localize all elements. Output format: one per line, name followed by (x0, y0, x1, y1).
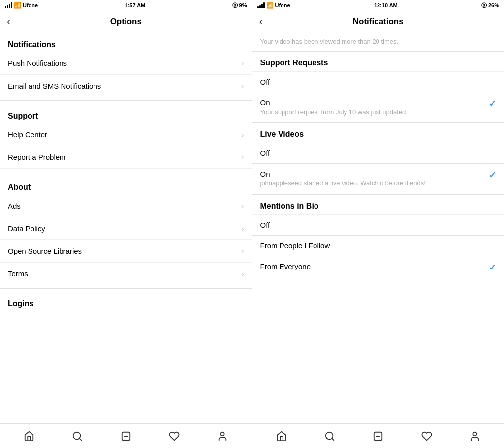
right-tab-bar (252, 424, 504, 448)
right-screen-title: Notifications (353, 17, 404, 27)
left-carrier: Ufone (23, 2, 38, 8)
list-item-open-source[interactable]: Open Source Libraries › (0, 240, 252, 263)
left-tab-bar (0, 424, 252, 448)
right-tab-add[interactable] (373, 431, 383, 442)
list-item-email-sms[interactable]: Email and SMS Notifications › (0, 75, 252, 97)
section-header-logins: Logins (0, 292, 252, 311)
data-policy-label: Data Policy (8, 224, 45, 233)
support-on-label: On (260, 98, 408, 107)
right-status-left: 📶 Ufone (257, 2, 290, 9)
svg-point-5 (221, 432, 224, 435)
left-tab-home[interactable] (24, 431, 34, 442)
live-on-checkmark: ✓ (489, 170, 496, 180)
section-divider-2 (0, 172, 252, 172)
report-problem-label: Report a Problem (8, 153, 66, 161)
left-status-bar: 📶 Ufone 1:57 AM Ⓧ 9% (0, 0, 252, 11)
list-item-terms[interactable]: Terms › (0, 263, 252, 285)
right-nav-header: ‹ Notifications (252, 11, 504, 32)
live-videos-off[interactable]: Off (252, 143, 504, 164)
live-off-label: Off (260, 149, 270, 157)
live-videos-on[interactable]: On johnappleseed started a live video. W… (252, 164, 504, 194)
right-tab-heart[interactable] (421, 431, 432, 442)
section-header-support: Support (0, 104, 252, 123)
right-battery-icon: Ⓧ (481, 2, 487, 9)
right-tab-search[interactable] (324, 431, 335, 442)
left-status-right: Ⓧ 9% (232, 2, 247, 9)
mentions-everyone-label: From Everyone (260, 262, 311, 270)
right-wifi-icon: 📶 (266, 2, 274, 9)
main-screens: ‹ Options Notifications Push Notificatio… (0, 11, 504, 423)
list-item-ads[interactable]: Ads › (0, 195, 252, 217)
push-notifications-chevron: › (242, 60, 244, 67)
section-header-about: About (0, 175, 252, 195)
right-battery-pct: 26% (488, 2, 499, 8)
notif-header-support-requests: Support Requests (252, 52, 504, 72)
status-bars: 📶 Ufone 1:57 AM Ⓧ 9% 📶 Ufone 12:10 AM Ⓧ … (0, 0, 504, 11)
mentions-from-people-i-follow[interactable]: From People I Follow (252, 236, 504, 256)
mentions-everyone-checkmark: ✓ (489, 262, 496, 273)
mentions-follow-label: From People I Follow (260, 241, 330, 250)
support-on-sublabel: Your support request from July 10 was ju… (260, 108, 408, 117)
left-signal-icon (5, 2, 12, 8)
ads-label: Ads (8, 202, 21, 210)
mentions-off[interactable]: Off (252, 215, 504, 236)
terms-chevron: › (242, 270, 244, 278)
left-battery-pct: 9% (239, 2, 247, 8)
data-policy-chevron: › (242, 225, 244, 233)
support-on-checkmark: ✓ (489, 98, 496, 109)
mentions-off-label: Off (260, 221, 270, 229)
left-nav-header: ‹ Options (0, 11, 252, 32)
email-sms-chevron: › (242, 82, 244, 90)
left-tab-profile[interactable] (217, 431, 228, 442)
support-requests-off[interactable]: Off (252, 72, 504, 92)
svg-line-7 (332, 438, 334, 440)
options-list: Notifications Push Notifications › Email… (0, 32, 252, 423)
open-source-chevron: › (242, 247, 244, 255)
list-item-push-notifications[interactable]: Push Notifications › (0, 52, 252, 75)
live-on-label: On (260, 170, 426, 178)
right-time: 12:10 AM (374, 2, 398, 8)
top-video-message: Your video has been viewed more than 20 … (252, 32, 504, 52)
right-tab-profile[interactable] (470, 431, 480, 442)
notif-header-mentions-in-bio: Mentions in Bio (252, 195, 504, 215)
right-status-right: Ⓧ 26% (481, 2, 499, 9)
report-problem-chevron: › (242, 153, 244, 161)
section-divider-3 (0, 288, 252, 289)
left-back-button[interactable]: ‹ (7, 15, 10, 28)
section-divider-1 (0, 100, 252, 101)
left-battery-icon: Ⓧ (232, 2, 238, 9)
right-tab-home[interactable] (276, 431, 287, 442)
left-status-left: 📶 Ufone (5, 2, 38, 9)
left-tab-heart[interactable] (169, 431, 180, 442)
list-item-data-policy[interactable]: Data Policy › (0, 217, 252, 240)
right-panel: ‹ Notifications Your video has been view… (252, 11, 504, 423)
help-center-label: Help Center (8, 130, 47, 139)
tab-bars (0, 423, 504, 448)
support-requests-on[interactable]: On Your support request from July 10 was… (252, 92, 504, 123)
left-screen-title: Options (110, 17, 142, 27)
left-time: 1:57 AM (125, 2, 145, 8)
open-source-label: Open Source Libraries (8, 247, 82, 255)
right-status-bar: 📶 Ufone 12:10 AM Ⓧ 26% (252, 0, 504, 11)
terms-label: Terms (8, 269, 28, 278)
notifications-list: Your video has been viewed more than 20 … (252, 32, 504, 423)
right-back-button[interactable]: ‹ (259, 15, 263, 28)
email-sms-label: Email and SMS Notifications (8, 82, 101, 90)
live-on-sublabel: johnappleseed started a live video. Watc… (260, 179, 426, 188)
right-signal-icon (257, 2, 265, 8)
left-tab-search[interactable] (72, 431, 83, 442)
left-wifi-icon: 📶 (14, 2, 21, 9)
left-panel: ‹ Options Notifications Push Notificatio… (0, 11, 252, 423)
right-carrier: Ufone (275, 2, 290, 8)
list-item-help-center[interactable]: Help Center › (0, 123, 252, 146)
notif-header-live-videos: Live Videos (252, 123, 504, 143)
ads-chevron: › (242, 202, 244, 210)
list-item-report-problem[interactable]: Report a Problem › (0, 146, 252, 169)
left-tab-add[interactable] (121, 431, 131, 442)
svg-point-11 (473, 432, 476, 435)
section-header-notifications: Notifications (0, 32, 252, 52)
push-notifications-label: Push Notifications (8, 59, 67, 67)
mentions-from-everyone[interactable]: From Everyone ✓ (252, 256, 504, 279)
svg-line-1 (80, 438, 82, 440)
support-off-label: Off (260, 78, 270, 86)
